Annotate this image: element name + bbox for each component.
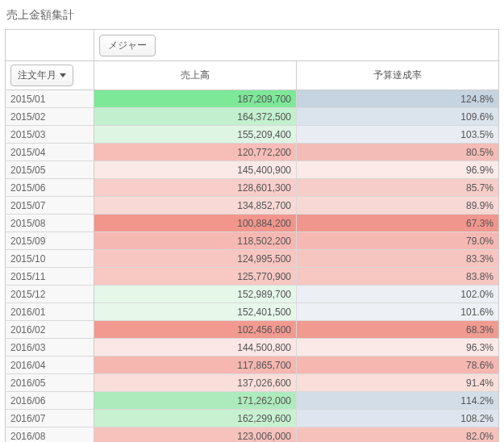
cell-rate[interactable]: 102.0% [297, 286, 498, 302]
row-label-cell[interactable]: 2016/05 [6, 374, 94, 391]
cell-rate[interactable]: 101.6% [297, 303, 498, 320]
cell-rate[interactable]: 108.2% [297, 410, 498, 427]
dimension-label: 注文年月 [18, 69, 56, 82]
row-label: 2015/04 [6, 144, 94, 161]
cell-sales[interactable]: 145,400,900 [94, 161, 297, 178]
table-row: 118,502,20079.0% [94, 232, 498, 250]
row-label-cell[interactable]: 2015/02 [6, 108, 94, 125]
row-labels: 2015/012015/022015/032015/042015/052015/… [6, 90, 94, 442]
row-label: 2015/07 [6, 197, 94, 215]
table-row: 162,299,600108.2% [94, 410, 498, 427]
cell-rate[interactable]: 109.6% [297, 108, 498, 125]
row-label-cell[interactable]: 2015/06 [6, 179, 94, 196]
row-label-cell[interactable]: 2015/01 [6, 90, 94, 107]
row-header-pane: 注文年月 2015/012015/022015/032015/042015/05… [6, 30, 94, 442]
row-label-cell[interactable]: 2016/03 [6, 339, 94, 356]
cell-rate[interactable]: 91.4% [297, 374, 498, 391]
row-label-cell[interactable]: 2015/07 [6, 197, 94, 214]
cell-sales[interactable]: 124,995,500 [94, 250, 297, 267]
table-row: 145,400,90096.9% [94, 161, 498, 179]
measure-button[interactable]: メジャー [99, 35, 156, 56]
caret-down-icon [60, 73, 66, 77]
cell-sales[interactable]: 102,456,600 [94, 321, 297, 338]
row-label: 2015/02 [6, 108, 94, 126]
measure-header-cell: メジャー [94, 30, 498, 61]
cell-rate[interactable]: 67.3% [297, 215, 498, 231]
cell-rate[interactable]: 85.7% [297, 179, 498, 196]
table-row: 152,989,700102.0% [94, 286, 498, 303]
column-header-sales[interactable]: 売上高 [94, 61, 297, 90]
row-label: 2016/01 [6, 303, 94, 321]
row-label-cell[interactable]: 2016/07 [6, 410, 94, 427]
table-row: 128,601,30085.7% [94, 179, 498, 197]
table-row: 124,995,50083.3% [94, 250, 498, 268]
row-label-cell[interactable]: 2015/09 [6, 232, 94, 249]
cell-rate[interactable]: 83.8% [297, 268, 498, 285]
cell-sales[interactable]: 152,989,700 [94, 286, 297, 302]
cell-sales[interactable]: 171,262,000 [94, 392, 297, 409]
row-label-cell[interactable]: 2016/06 [6, 392, 94, 409]
row-label-cell[interactable]: 2015/04 [6, 144, 94, 161]
row-label: 2016/02 [6, 321, 94, 339]
cell-sales[interactable]: 162,299,600 [94, 410, 297, 427]
table-row: 120,772,20080.5% [94, 144, 498, 161]
cell-rate[interactable]: 78.6% [297, 357, 498, 373]
column-header-rate[interactable]: 予算達成率 [297, 61, 498, 90]
cell-sales[interactable]: 152,401,500 [94, 303, 297, 320]
top-left-blank [6, 30, 94, 61]
cell-rate[interactable]: 96.3% [297, 339, 498, 356]
row-label-cell[interactable]: 2015/12 [6, 286, 94, 302]
cell-sales[interactable]: 137,026,600 [94, 374, 297, 391]
row-label-cell[interactable]: 2015/05 [6, 161, 94, 178]
cell-rate[interactable]: 124.8% [297, 90, 498, 107]
cell-sales[interactable]: 117,865,700 [94, 357, 297, 373]
cell-sales[interactable]: 120,772,200 [94, 144, 297, 161]
row-label-cell[interactable]: 2015/03 [6, 126, 94, 143]
table-row: 171,262,000114.2% [94, 392, 498, 410]
row-label: 2016/05 [6, 374, 94, 392]
page-title: 売上金額集計 [5, 5, 499, 29]
cell-sales[interactable]: 128,601,300 [94, 179, 297, 196]
pivot-table: 注文年月 2015/012015/022015/032015/042015/05… [5, 29, 499, 442]
cell-rate[interactable]: 79.0% [297, 232, 498, 249]
cell-sales[interactable]: 125,770,900 [94, 268, 297, 285]
row-label: 2015/05 [6, 161, 94, 179]
cell-rate[interactable]: 103.5% [297, 126, 498, 143]
table-row: 117,865,70078.6% [94, 357, 498, 374]
table-row: 100,884,20067.3% [94, 215, 498, 232]
cell-sales[interactable]: 155,209,400 [94, 126, 297, 143]
row-label: 2016/06 [6, 392, 94, 410]
dimension-dropdown[interactable]: 注文年月 [10, 65, 73, 86]
row-label-cell[interactable]: 2015/11 [6, 268, 94, 285]
row-label-cell[interactable]: 2016/01 [6, 303, 94, 320]
cell-sales[interactable]: 164,372,500 [94, 108, 297, 125]
cell-rate[interactable]: 89.9% [297, 197, 498, 214]
table-row: 123,006,00082.0% [94, 427, 498, 442]
table-row: 134,852,70089.9% [94, 197, 498, 215]
row-label: 2015/11 [6, 268, 94, 286]
table-row: 144,500,80096.3% [94, 339, 498, 357]
row-label-cell[interactable]: 2015/10 [6, 250, 94, 267]
cell-sales[interactable]: 118,502,200 [94, 232, 297, 249]
cell-sales[interactable]: 100,884,200 [94, 215, 297, 231]
cell-sales[interactable]: 123,006,000 [94, 427, 297, 442]
cell-rate[interactable]: 80.5% [297, 144, 498, 161]
data-rows: 187,209,700124.8%164,372,500109.6%155,20… [94, 90, 498, 442]
column-headers: 売上高 予算達成率 [94, 61, 498, 90]
cell-rate[interactable]: 83.3% [297, 250, 498, 267]
cell-sales[interactable]: 144,500,800 [94, 339, 297, 356]
row-label-cell[interactable]: 2016/08 [6, 427, 94, 442]
row-label: 2015/03 [6, 126, 94, 144]
cell-rate[interactable]: 68.3% [297, 321, 498, 338]
row-label-cell[interactable]: 2015/08 [6, 215, 94, 231]
row-label: 2015/09 [6, 232, 94, 250]
row-label-cell[interactable]: 2016/02 [6, 321, 94, 338]
row-label: 2015/10 [6, 250, 94, 268]
cell-sales[interactable]: 134,852,700 [94, 197, 297, 214]
cell-rate[interactable]: 96.9% [297, 161, 498, 178]
cell-sales[interactable]: 187,209,700 [94, 90, 297, 107]
row-label-cell[interactable]: 2016/04 [6, 357, 94, 373]
row-label: 2016/04 [6, 357, 94, 374]
cell-rate[interactable]: 82.0% [297, 427, 498, 442]
cell-rate[interactable]: 114.2% [297, 392, 498, 409]
